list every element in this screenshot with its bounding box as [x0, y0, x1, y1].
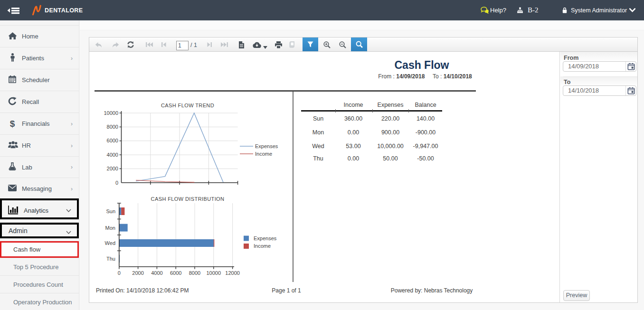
svg-text:Expenses: Expenses — [254, 235, 277, 241]
svg-text:2000: 2000 — [107, 166, 118, 171]
svg-text:0: 0 — [118, 270, 121, 276]
svg-text:8000: 8000 — [107, 124, 118, 130]
svg-text:10000: 10000 — [104, 110, 118, 116]
svg-text:CASH FLOW TREND: CASH FLOW TREND — [161, 103, 214, 108]
svg-text:CASH FLOW DISTRIBUTION: CASH FLOW DISTRIBUTION — [151, 196, 225, 202]
svg-text:Thu: Thu — [106, 256, 115, 262]
svg-text:8000: 8000 — [189, 270, 200, 276]
svg-text:2000: 2000 — [132, 270, 143, 276]
svg-text:Mon: Mon — [105, 225, 115, 231]
svg-text:6000: 6000 — [170, 270, 181, 276]
svg-text:4000: 4000 — [151, 270, 162, 276]
svg-text:Income: Income — [255, 151, 272, 157]
svg-text:0: 0 — [115, 180, 118, 186]
svg-text:6000: 6000 — [107, 138, 118, 143]
svg-text:Wed: Wed — [105, 240, 115, 246]
svg-text:Income: Income — [254, 243, 271, 249]
svg-text:10000: 10000 — [207, 270, 221, 276]
svg-text:Sun: Sun — [106, 208, 115, 214]
svg-text:12000: 12000 — [225, 270, 240, 276]
svg-text:Expenses: Expenses — [255, 143, 278, 149]
svg-text:4000: 4000 — [107, 152, 118, 158]
